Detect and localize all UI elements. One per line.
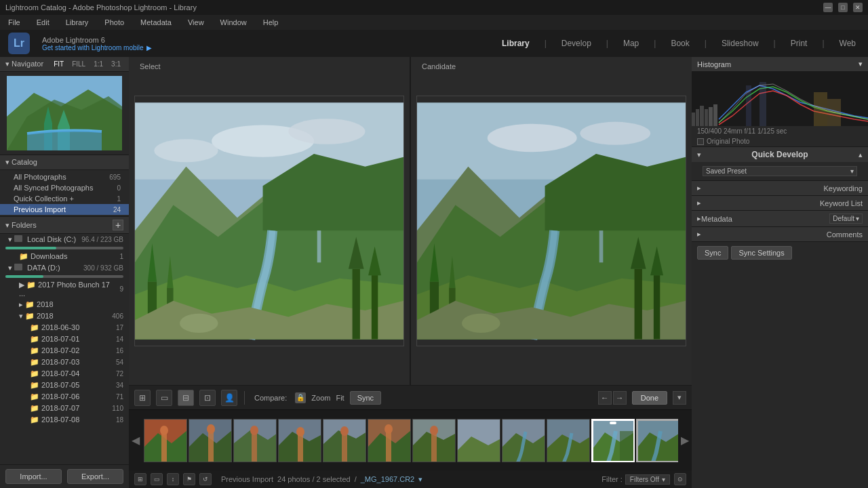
import-button[interactable]: Import... — [5, 469, 62, 484]
sync-settings-button[interactable]: Sync Settings — [731, 246, 791, 260]
rotate-button[interactable]: ↺ — [199, 473, 212, 485]
module-slideshow[interactable]: Slideshow — [717, 36, 763, 51]
catalog-prev-import[interactable]: Previous Import 24 — [0, 204, 129, 215]
folders-header[interactable]: ▾ Folders + — [0, 216, 129, 234]
disk-c[interactable]: ▾ Local Disk (C:) 96.4 / 223 GB — [0, 234, 129, 245]
menu-metadata[interactable]: Metadata — [138, 17, 174, 28]
candidate-photo-image — [416, 96, 686, 346]
compare-view-button[interactable]: ⊟ — [178, 390, 194, 406]
keyword-list-header[interactable]: ▸ Keyword List — [692, 196, 868, 210]
export-button[interactable]: Export... — [67, 469, 123, 484]
menu-library[interactable]: Library — [63, 17, 92, 28]
filmstrip-prev-arrow[interactable]: ◀ — [129, 431, 142, 449]
module-develop[interactable]: Develop — [557, 36, 595, 51]
folder-2018-07-04[interactable]: 📁 2018-07-04 72 — [0, 368, 129, 380]
thumb-11-selected[interactable] — [591, 419, 635, 462]
module-print[interactable]: Print — [787, 36, 812, 51]
module-web[interactable]: Web — [835, 36, 860, 51]
metadata-header[interactable]: ▸ Metadata Default ▾ — [692, 211, 868, 226]
folder-2018-07-03[interactable]: 📁 2018-07-03 54 — [0, 357, 129, 368]
thumb-6[interactable] — [368, 419, 411, 462]
thumb-7[interactable] — [412, 419, 456, 462]
loupe-view-button[interactable]: ▭ — [156, 390, 172, 406]
menu-photo[interactable]: Photo — [102, 17, 127, 28]
add-folder-button[interactable]: + — [113, 220, 123, 230]
svg-rect-48 — [161, 433, 167, 462]
histogram-header[interactable]: Histogram ▾ — [692, 57, 868, 72]
done-button[interactable]: Done — [632, 391, 667, 405]
single-small-button[interactable]: ▭ — [151, 473, 163, 485]
folder-2018-07-07[interactable]: 📁 2018-07-07 110 — [0, 403, 129, 414]
panel-buttons: Import... Export... — [0, 464, 129, 488]
module-library[interactable]: Library — [498, 36, 534, 51]
catalog-synced[interactable]: All Synced Photographs 0 — [0, 182, 129, 193]
catalog-all-photos[interactable]: All Photographs 695 — [0, 171, 129, 182]
metadata-preset-select[interactable]: Default ▾ — [829, 214, 863, 224]
flag-button[interactable]: ⚑ — [183, 473, 195, 485]
right-sync-button[interactable]: Sync — [697, 246, 728, 260]
mobile-link[interactable]: Get started with Lightroom mobile ▶ — [42, 44, 152, 52]
zoom-fill[interactable]: FILL — [69, 60, 88, 68]
thumb-3[interactable] — [233, 419, 277, 462]
svg-rect-22 — [353, 269, 360, 340]
sort-button[interactable]: ↕ — [167, 473, 179, 485]
folder-2018-06-30[interactable]: 📁 2018-06-30 17 — [0, 322, 129, 333]
menu-file[interactable]: File — [5, 17, 23, 28]
thumb-12-selected[interactable] — [636, 419, 678, 462]
candidate-label: Candidate — [422, 62, 456, 70]
thumb-1[interactable] — [144, 419, 187, 462]
navigator-header[interactable]: ▾ Navigator FIT FILL 1:1 3:1 — [0, 57, 129, 72]
menu-help[interactable]: Help — [260, 17, 281, 28]
filter-dropdown[interactable]: Filters Off ▾ — [625, 474, 670, 485]
people-view-button[interactable]: 👤 — [221, 390, 237, 406]
catalog-quick[interactable]: Quick Collection + 1 — [0, 193, 129, 204]
thumb-2[interactable] — [189, 419, 232, 462]
quick-develop-header[interactable]: ▾ Quick Develop ▴ — [692, 147, 868, 162]
grid-view-button[interactable]: ⊞ — [134, 390, 151, 406]
thumb-10[interactable] — [547, 419, 590, 462]
next-photo-arrow[interactable]: → — [613, 391, 627, 405]
original-photo-checkbox[interactable] — [697, 138, 704, 145]
survey-view-button[interactable]: ⊡ — [199, 390, 216, 406]
menu-window[interactable]: Window — [218, 17, 250, 28]
navigator-preview — [7, 76, 122, 150]
sync-button[interactable]: Sync — [350, 391, 381, 405]
menu-view[interactable]: View — [185, 17, 207, 28]
maximize-button[interactable]: □ — [838, 3, 848, 12]
folder-2018-07-02[interactable]: 📁 2018-07-02 16 — [0, 345, 129, 357]
zoom-fit[interactable]: FIT — [51, 60, 66, 68]
keywording-header[interactable]: ▸ Keywording — [692, 181, 868, 195]
filmstrip-next-arrow[interactable]: ▶ — [678, 431, 692, 449]
catalog-header[interactable]: ▾ Catalog — [0, 155, 129, 170]
menu-edit[interactable]: Edit — [34, 17, 52, 28]
module-book[interactable]: Book — [667, 36, 693, 51]
close-button[interactable]: ✕ — [853, 3, 863, 12]
folder-2017[interactable]: ▶ 📁 2017 Photo Bunch 17 ... 9 — [0, 279, 129, 299]
thumb-9[interactable] — [502, 419, 545, 462]
toolbar-expand-button[interactable]: ▾ — [673, 391, 686, 405]
minimize-button[interactable]: — — [823, 3, 833, 12]
lock-button[interactable]: 🔒 — [295, 392, 306, 403]
thumb-5[interactable] — [323, 419, 366, 462]
filename-arrow[interactable]: ▾ — [418, 475, 422, 484]
grid-small-button[interactable]: ⊞ — [134, 473, 146, 485]
folder-2018[interactable]: ▾ 📁 2018 406 — [0, 310, 129, 322]
prev-photo-arrow[interactable]: ← — [598, 391, 612, 405]
thumb-4[interactable] — [278, 419, 321, 462]
qd-preset-select[interactable]: Saved Preset ▾ — [703, 166, 857, 176]
folder-downloads[interactable]: 📁 Downloads 1 — [0, 251, 129, 262]
folder-2018-07-08[interactable]: 📁 2018-07-08 18 — [0, 414, 129, 426]
comments-header[interactable]: ▸ Comments — [692, 227, 868, 241]
folder-2018-07-05[interactable]: 📁 2018-07-05 34 — [0, 380, 129, 391]
module-map[interactable]: Map — [619, 36, 643, 51]
zoom-3-1[interactable]: 3:1 — [108, 60, 123, 68]
folder-2018-07-06[interactable]: 📁 2018-07-06 71 — [0, 391, 129, 403]
folder-2018-07-01[interactable]: 📁 2018-07-01 14 — [0, 333, 129, 345]
filter-toggle-button[interactable]: ⊙ — [674, 473, 686, 485]
filename[interactable]: _MG_1967.CR2 — [361, 475, 415, 483]
folder-2018-parent[interactable]: ▸ 📁 2018 — [0, 299, 129, 310]
zoom-1-1[interactable]: 1:1 — [91, 60, 106, 68]
svg-point-10 — [288, 119, 365, 144]
thumb-8[interactable] — [457, 419, 500, 462]
disk-d[interactable]: ▾ DATA (D:) 300 / 932 GB — [0, 262, 129, 274]
